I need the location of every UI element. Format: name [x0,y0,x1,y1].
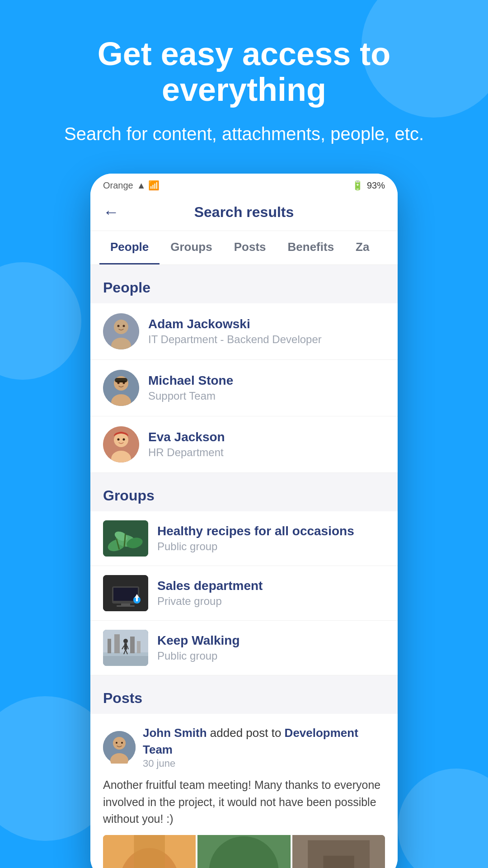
group-thumb-walking [103,630,148,666]
group-name-sales: Sales department [157,579,385,593]
svg-point-4 [123,325,125,327]
person-name-michael: Michael Stone [148,373,385,388]
person-item-eva[interactable]: Eva Jackson HR Department [90,416,398,473]
signal-icon: ▲ 📶 [137,180,160,191]
group-item-recipes[interactable]: Healthy recipes for all occasions Public… [90,511,398,566]
svg-rect-27 [121,604,130,605]
person-item-michael[interactable]: Michael Stone Support Team [90,360,398,416]
group-image-sales [103,575,148,611]
svg-rect-51 [134,835,164,868]
post-image-1 [103,835,196,868]
person-role-adam: IT Department - Backend Developer [148,333,385,346]
post-img-svg-3 [292,835,385,868]
svg-rect-36 [130,637,135,653]
post-header: John Smith added post to Development Tea… [103,725,385,769]
person-name-adam: Adam Jackowski [148,317,385,331]
svg-rect-34 [108,639,111,653]
svg-point-45 [113,737,126,750]
post-author-line: John Smith added post to Development Tea… [143,725,385,758]
svg-point-9 [117,382,120,384]
svg-point-47 [116,742,117,744]
app-header: ← Search results [90,195,398,231]
carrier-name: Orange [103,180,133,191]
group-info-walking: Keep Walking Public group [157,633,385,662]
svg-rect-30 [136,598,138,601]
group-name-walking: Keep Walking [157,633,385,648]
svg-rect-37 [137,641,141,653]
groups-section-heading: Groups [90,473,398,511]
person-name-eva: Eva Jackson [148,430,385,444]
group-info-recipes: Healthy recipes for all occasions Public… [157,524,385,553]
group-item-sales[interactable]: Sales department Private group [90,566,398,621]
status-bar: Orange ▲ 📶 🔋 93% [90,174,398,195]
svg-rect-39 [124,643,127,650]
svg-point-16 [123,439,125,441]
group-type-recipes: Public group [157,540,385,553]
tab-benefits[interactable]: Benefits [277,231,345,264]
avatar-michael [103,370,139,406]
svg-rect-35 [114,634,120,653]
svg-point-15 [117,439,120,441]
person-item-adam[interactable]: Adam Jackowski IT Department - Backend D… [90,303,398,360]
post-action: added post to [210,726,285,740]
back-button[interactable]: ← [103,203,119,222]
hero-subtitle: Search for content, attachments, people,… [27,121,461,146]
person-info-michael: Michael Stone Support Team [148,373,385,402]
svg-rect-28 [117,605,135,607]
post-image-2 [197,835,290,868]
post-img-svg-1 [103,835,196,868]
svg-point-38 [123,639,128,643]
svg-point-3 [117,325,120,327]
post-meta: John Smith added post to Development Tea… [143,725,385,769]
avatar-face-eva [103,426,139,462]
tab-za[interactable]: Za [345,231,380,264]
post-author-name: John Smith [143,726,207,740]
post-img-svg-2 [197,835,290,868]
post-avatar-john [103,731,136,764]
avatar-eva [103,426,139,462]
post-item-john: John Smith added post to Development Tea… [90,714,398,868]
phone-mockup: Orange ▲ 📶 🔋 93% ← Search results People… [90,174,398,868]
svg-rect-32 [103,655,148,666]
tab-posts[interactable]: Posts [223,231,277,264]
status-battery: 🔋 93% [352,180,385,191]
group-thumb-recipes [103,520,148,557]
page-title: Search results [128,204,360,221]
scroll-content: People Adam Jackowski IT Department - [90,265,398,868]
person-info-eva: Eva Jackson HR Department [148,430,385,459]
person-info-adam: Adam Jackowski IT Department - Backend D… [148,317,385,346]
group-item-walking[interactable]: Keep Walking Public group [90,621,398,675]
avatar-face-michael [103,370,139,406]
tabs-bar: People Groups Posts Benefits Za [90,231,398,265]
svg-point-1 [114,320,128,334]
group-image-recipes [103,520,148,557]
group-image-walking [103,630,148,666]
battery-level: 93% [367,180,385,191]
svg-point-48 [121,742,123,744]
avatar-face-adam [103,313,139,349]
posts-section-heading: Posts [90,675,398,714]
post-images [103,835,385,868]
group-info-sales: Sales department Private group [157,579,385,608]
tab-groups[interactable]: Groups [160,231,223,264]
tab-people[interactable]: People [99,231,160,264]
group-type-sales: Private group [157,595,385,608]
svg-rect-11 [116,381,126,382]
group-name-recipes: Healthy recipes for all occasions [157,524,385,538]
group-thumb-sales [103,575,148,611]
post-image-3 [292,835,385,868]
people-section-heading: People [90,265,398,303]
svg-rect-57 [323,855,354,868]
svg-point-10 [123,382,125,384]
person-role-michael: Support Team [148,390,385,402]
avatar-adam [103,313,139,349]
post-date: 30 june [143,758,385,769]
post-text: Another fruitful team meeting! Many than… [103,777,385,828]
person-role-eva: HR Department [148,446,385,459]
group-type-walking: Public group [157,650,385,662]
avatar-face-john [103,731,136,764]
status-carrier: Orange ▲ 📶 [103,180,160,191]
battery-icon: 🔋 [352,180,363,191]
